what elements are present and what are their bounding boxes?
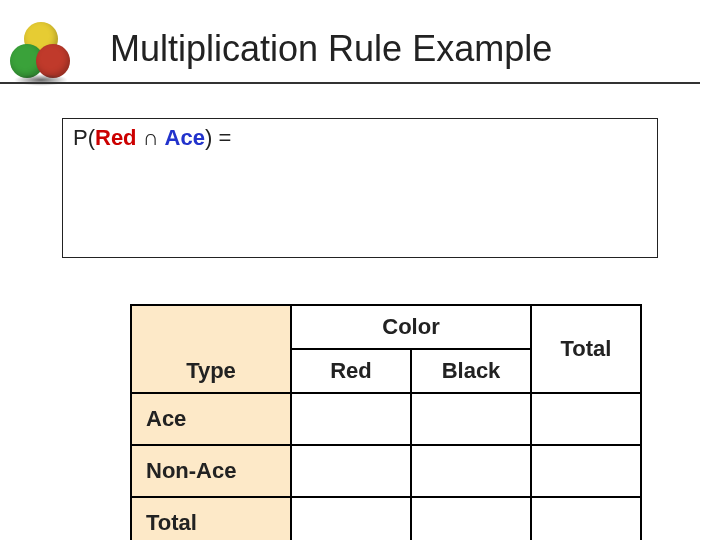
cell-total-red (291, 497, 411, 540)
table-row: Non-Ace (131, 445, 641, 497)
formula-expression: P(Red ∩ Ace) = (73, 125, 231, 150)
table-header-total: Total (531, 305, 641, 393)
table-header-red: Red (291, 349, 411, 393)
row-label-total: Total (131, 497, 291, 540)
table-header-type: Type (131, 305, 291, 393)
table-header-black: Black (411, 349, 531, 393)
cell-ace-red (291, 393, 411, 445)
table-row: Total (131, 497, 641, 540)
row-label-nonace: Non-Ace (131, 445, 291, 497)
cell-ace-total (531, 393, 641, 445)
formula-term-red: Red (95, 125, 137, 150)
table-header-color: Color (291, 305, 531, 349)
slide-logo (10, 22, 72, 84)
formula-close-eq: ) = (205, 125, 231, 150)
cell-nonace-red (291, 445, 411, 497)
slide-title: Multiplication Rule Example (110, 28, 700, 70)
cell-nonace-black (411, 445, 531, 497)
table-row: Ace (131, 393, 641, 445)
cell-total-total (531, 497, 641, 540)
formula-intersection: ∩ (137, 125, 165, 150)
cell-total-black (411, 497, 531, 540)
title-underline (0, 82, 700, 84)
contingency-table: Type Color Total Red Black Ace Non-Ace T… (130, 304, 642, 540)
formula-box: P(Red ∩ Ace) = (62, 118, 658, 258)
logo-shadow (14, 74, 68, 86)
cell-ace-black (411, 393, 531, 445)
logo-ball-red (36, 44, 70, 78)
formula-term-ace: Ace (165, 125, 205, 150)
row-label-ace: Ace (131, 393, 291, 445)
formula-p-open: P( (73, 125, 95, 150)
cell-nonace-total (531, 445, 641, 497)
